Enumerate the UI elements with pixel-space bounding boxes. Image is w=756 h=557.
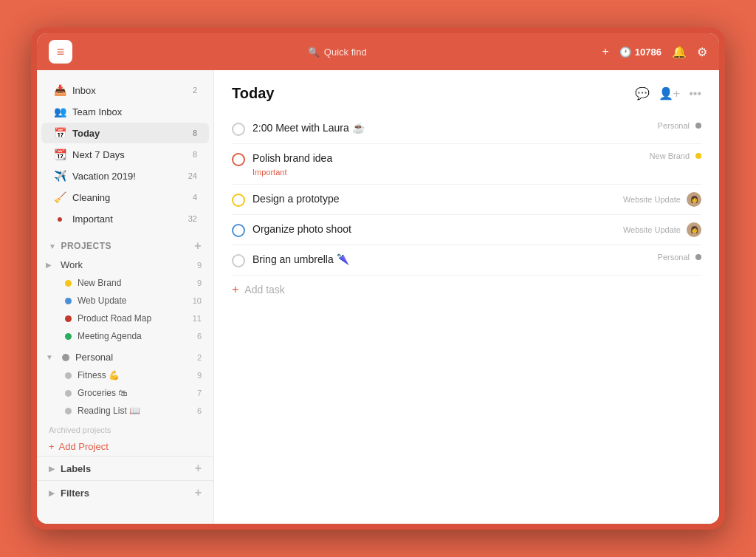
bell-icon[interactable]: 🔔 <box>672 45 687 59</box>
task-pane-title: Today <box>232 85 635 102</box>
task-tag-5: Personal <box>658 253 690 262</box>
meeting-agenda-dot <box>65 333 72 340</box>
fitness-dot <box>65 372 72 379</box>
inbox-count: 2 <box>193 86 197 95</box>
task-right-4: Website Update 👩 <box>623 222 701 237</box>
sidebar-item-team-inbox[interactable]: 👥 Team Inbox <box>41 101 209 122</box>
team-inbox-icon: 👥 <box>53 106 66 117</box>
inbox-label: Inbox <box>72 85 187 96</box>
task-dot-1 <box>695 123 701 129</box>
task-pane: Today 💬 👤+ ••• 2:00 Meet with Laura ☕ Pe… <box>214 70 719 524</box>
personal-arrow: ▼ <box>46 353 53 361</box>
new-brand-label: New Brand <box>78 278 191 288</box>
task-dot-5 <box>695 254 701 260</box>
personal-label: Personal <box>75 352 191 363</box>
task-title-1: 2:00 Meet with Laura ☕ <box>252 121 650 136</box>
task-avatar-3: 👩 <box>687 192 701 207</box>
add-task-label: Add task <box>244 284 284 295</box>
sidebar-item-inbox[interactable]: 📥 Inbox 2 <box>41 80 209 100</box>
task-body-2: Polish brand idea Important <box>252 151 642 177</box>
task-body-4: Organize photo shoot <box>252 222 616 237</box>
search-area: 🔍 Quick find <box>72 47 602 58</box>
project-reading-list[interactable]: Reading List 📖 6 <box>37 402 213 420</box>
groceries-count: 7 <box>197 389 202 397</box>
important-label: Important <box>72 213 182 225</box>
labels-add-button[interactable]: + <box>195 462 202 475</box>
inbox-icon: 📥 <box>53 84 66 96</box>
task-title-2: Polish brand idea <box>252 151 642 166</box>
personal-dot <box>62 354 69 361</box>
gear-icon[interactable]: ⚙ <box>697 45 707 59</box>
search-icon: 🔍 <box>308 47 320 58</box>
sidebar-item-vacation[interactable]: ✈️ Vacation 2019! 24 <box>41 165 209 186</box>
reading-list-dot <box>65 408 72 414</box>
labels-arrow: ▶ <box>49 465 55 473</box>
today-label: Today <box>72 128 187 139</box>
add-project-button[interactable]: + Add Project <box>37 437 213 456</box>
filters-arrow: ▶ <box>49 489 55 497</box>
work-count: 9 <box>197 261 202 270</box>
add-button[interactable]: + <box>602 45 609 58</box>
comment-icon[interactable]: 💬 <box>635 86 650 100</box>
project-groceries[interactable]: Groceries 🛍 7 <box>37 384 213 402</box>
filters-add-button[interactable]: + <box>195 486 202 499</box>
add-task-row[interactable]: + Add task <box>232 276 701 304</box>
next7days-label: Next 7 Days <box>72 149 187 160</box>
add-member-icon[interactable]: 👤+ <box>659 86 680 100</box>
important-count: 32 <box>188 214 197 223</box>
sidebar-item-today[interactable]: 📅 Today 8 <box>41 123 209 143</box>
sidebar-item-cleaning[interactable]: 🧹 Cleaning 4 <box>41 187 209 208</box>
task-tag-4: Website Update <box>623 225 681 234</box>
task-avatar-4: 👩 <box>687 222 701 237</box>
more-options-icon[interactable]: ••• <box>689 87 701 100</box>
team-inbox-label: Team Inbox <box>72 106 197 117</box>
search-box[interactable]: 🔍 Quick find <box>308 47 367 58</box>
project-web-update[interactable]: Web Update 10 <box>37 292 213 310</box>
add-project-plus: + <box>49 441 55 452</box>
clock-icon: 🕐 <box>619 47 631 58</box>
projects-add-button[interactable]: + <box>194 239 202 253</box>
task-checkbox-1[interactable] <box>232 123 245 136</box>
sidebar-item-important[interactable]: ● Important 32 <box>41 208 209 229</box>
web-update-dot <box>65 298 72 304</box>
topbar-right: + 🕐 10786 🔔 ⚙ <box>602 45 708 59</box>
labels-label: Labels <box>61 463 91 474</box>
filters-section[interactable]: ▶ Filters + <box>37 480 213 505</box>
project-personal[interactable]: ▼ Personal 2 <box>37 348 213 366</box>
task-body-3: Design a prototype <box>252 192 616 207</box>
archived-label: Archived projects <box>37 420 213 437</box>
task-tag-1: Personal <box>658 121 690 130</box>
task-title-5: Bring an umbrella 🌂 <box>252 253 650 267</box>
task-subtitle-2: Important <box>252 168 642 177</box>
logo-icon: ≡ <box>57 44 65 60</box>
sidebar-item-next7days[interactable]: 📆 Next 7 Days 8 <box>41 144 209 165</box>
project-product-road[interactable]: Product Road Map 11 <box>37 310 213 327</box>
task-right-3: Website Update 👩 <box>623 192 701 207</box>
project-meeting-agenda[interactable]: Meeting Agenda 6 <box>37 327 213 345</box>
project-new-brand[interactable]: New Brand 9 <box>37 274 213 292</box>
task-checkbox-4[interactable] <box>232 224 245 237</box>
new-brand-count: 9 <box>197 278 202 287</box>
app-logo[interactable]: ≡ <box>49 40 72 64</box>
next7days-count: 8 <box>193 150 197 159</box>
task-tag-2: New Brand <box>650 151 690 160</box>
projects-section-header: ▼ Projects + <box>37 233 213 256</box>
important-icon: ● <box>53 213 66 225</box>
meeting-agenda-count: 6 <box>197 332 202 341</box>
task-checkbox-5[interactable] <box>232 254 245 267</box>
points-display: 🕐 10786 <box>619 47 662 58</box>
work-label: Work <box>61 259 191 270</box>
vacation-icon: ✈️ <box>53 170 66 182</box>
task-checkbox-2[interactable] <box>232 153 245 166</box>
vacation-label: Vacation 2019! <box>72 171 182 182</box>
sidebar: 📥 Inbox 2 👥 Team Inbox 📅 Today 8 📆 Next … <box>37 70 214 524</box>
labels-section[interactable]: ▶ Labels + <box>37 456 213 480</box>
projects-arrow: ▼ <box>49 242 56 250</box>
task-checkbox-3[interactable] <box>232 194 245 207</box>
project-work[interactable]: ▶ Work 9 <box>37 256 213 274</box>
search-label: Quick find <box>324 47 367 58</box>
product-road-dot <box>65 315 72 322</box>
project-fitness[interactable]: Fitness 💪 9 <box>37 366 213 384</box>
task-title-4: Organize photo shoot <box>252 222 616 237</box>
points-value: 10786 <box>635 47 662 58</box>
